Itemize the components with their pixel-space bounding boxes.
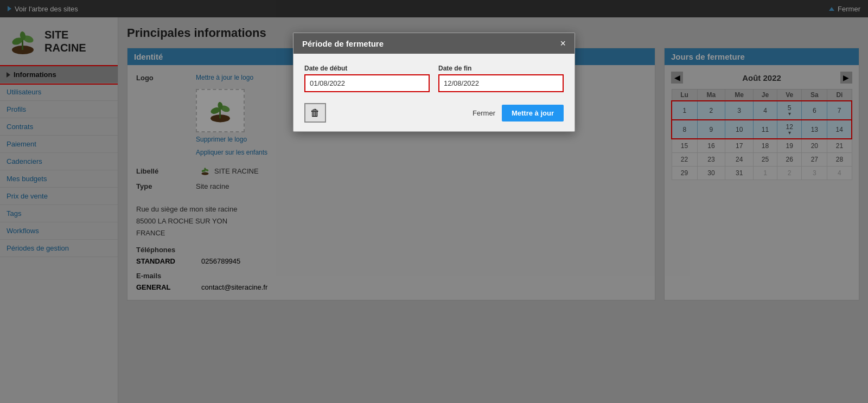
date-fin-label: Date de fin (438, 65, 564, 72)
date-debut-input[interactable] (304, 74, 430, 92)
delete-btn[interactable]: 🗑 (304, 103, 326, 123)
modal-update-btn[interactable]: Mettre à jour (502, 105, 564, 121)
periode-fermeture-modal: Période de fermeture × Date de début Dat… (293, 33, 575, 132)
modal-body: Date de début Date de fin 🗑 Fermer Mettr… (293, 54, 575, 131)
modal-close-btn[interactable]: × (560, 39, 566, 48)
trash-icon: 🗑 (310, 107, 320, 119)
modal-header: Période de fermeture × (293, 33, 575, 54)
modal-right-actions: Fermer Mettre à jour (473, 105, 564, 121)
modal-overlay: Période de fermeture × Date de début Dat… (0, 0, 868, 403)
date-debut-label: Date de début (304, 65, 430, 72)
modal-fields: Date de début Date de fin (304, 65, 564, 92)
modal-actions: 🗑 Fermer Mettre à jour (304, 103, 564, 123)
date-fin-input[interactable] (438, 74, 564, 92)
date-debut-field: Date de début (304, 65, 430, 92)
modal-fermer-btn[interactable]: Fermer (473, 109, 495, 117)
date-fin-field: Date de fin (438, 65, 564, 92)
modal-title: Période de fermeture (302, 39, 384, 48)
